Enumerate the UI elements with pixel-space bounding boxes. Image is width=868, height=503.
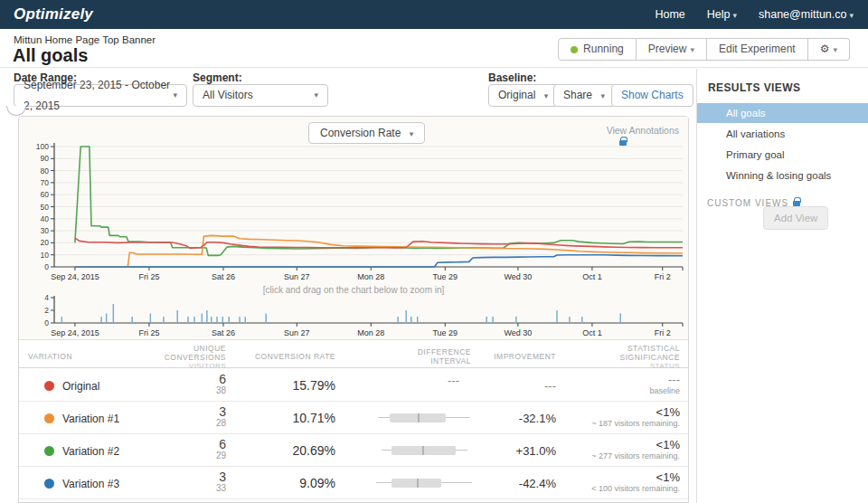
view-annotations-link[interactable]: View Annotations [607, 125, 679, 136]
svg-text:Sep 24, 2015: Sep 24, 2015 [51, 272, 99, 281]
chevron-down-icon: ▾ [410, 129, 414, 138]
optimizely-results-page: Optimizely HomeHelp▾shane@mittun.co▾ Mit… [0, 0, 868, 503]
improvement-cell: --- [544, 379, 556, 393]
metric-dropdown-value: Conversion Rate [320, 127, 401, 139]
svg-text:Oct 1: Oct 1 [582, 272, 602, 281]
svg-text:70: 70 [41, 178, 50, 187]
svg-text:Sep 24, 2015: Sep 24, 2015 [51, 328, 99, 337]
date-range-select[interactable]: September 23, 2015 - October 2, 2015 ▾ [14, 84, 187, 107]
svg-text:Sun 27: Sun 27 [284, 272, 310, 281]
svg-text:Sat 26: Sat 26 [212, 328, 235, 337]
significance-cell: <1%< 100 visitors remaining. [591, 471, 680, 494]
table-row-original[interactable]: Original63815.79%---------baseline [19, 369, 688, 402]
preview-button[interactable]: Preview▾ [637, 38, 707, 61]
navbar-links: HomeHelp▾shane@mittun.co▾ [655, 8, 854, 21]
svg-text:Oct 1: Oct 1 [582, 328, 602, 337]
table-row-variation-2[interactable]: Variation #262920.69%+31.0%<1%~ 277 visi… [19, 434, 688, 467]
significance-cell: <1%~ 277 visitors remaining. [591, 439, 680, 461]
significance-cell: ---baseline [649, 374, 680, 396]
svg-text:0: 0 [44, 262, 49, 271]
improvement-cell: +31.0% [516, 444, 556, 458]
conversion-rate-cell: 15.79% [293, 378, 335, 393]
variation-label: Variation #3 [62, 478, 119, 490]
navbar-link-home[interactable]: Home [655, 8, 684, 21]
svg-text:0: 0 [44, 318, 49, 327]
navbar-link-shane-mittun-co[interactable]: shane@mittun.co▾ [759, 8, 854, 21]
conversion-rate-cell: 20.69% [293, 443, 335, 458]
sidebar-item-winning-losing-goals[interactable]: Winning & losing goals [697, 166, 868, 185]
variation-color-dot [44, 446, 54, 456]
interval-midline [422, 446, 424, 455]
add-view-button[interactable]: Add View [763, 206, 828, 230]
table-row-variation-3[interactable]: Variation #33339.09%-42.4%<1%< 100 visit… [19, 467, 688, 499]
date-range-value: September 23, 2015 - October 2, 2015 [24, 75, 173, 117]
running-status-button[interactable]: Running [558, 38, 637, 61]
running-status-dot [571, 46, 578, 53]
table-row-variation-1[interactable]: Variation #132810.71%-32.1%<1%~ 187 visi… [19, 402, 688, 434]
col-header-rate: Conversion Rate [236, 352, 335, 361]
navbar-link-help[interactable]: Help▾ [707, 8, 737, 21]
difference-interval-cell: --- [362, 369, 472, 402]
svg-text:Fri 25: Fri 25 [138, 328, 159, 337]
chevron-down-icon: ▾ [732, 11, 737, 20]
baseline-value: Original [498, 89, 535, 101]
col-header-conversions: Unique ConversionsVisitors [145, 344, 226, 371]
svg-text:30: 30 [41, 226, 50, 235]
svg-text:Sat 26: Sat 26 [212, 272, 235, 281]
conversion-rate-chart[interactable]: 0102030405060708090100Sep 24, 2015Fri 25… [24, 140, 684, 283]
interval-dash: --- [448, 374, 459, 387]
interval-midline [417, 479, 419, 488]
svg-text:Tue 29: Tue 29 [432, 328, 458, 337]
conversion-rate-cell: 10.71% [293, 411, 335, 425]
running-status-label: Running [583, 43, 624, 55]
results-views-sidebar: RESULTS VIEWS All goalsAll variationsPri… [696, 69, 868, 503]
optimizely-logo[interactable]: Optimizely [14, 5, 93, 24]
unique-conversions-cell: 328 [216, 405, 226, 428]
baseline-label: Baseline: [488, 71, 536, 84]
improvement-cell: -42.4% [519, 477, 556, 490]
svg-text:Fri 2: Fri 2 [655, 272, 671, 281]
chart-section: Conversion Rate ▾ View Annotations 01020… [19, 117, 688, 340]
chevron-down-icon: ▾ [314, 85, 318, 106]
significance-cell: <1%~ 187 visitors remaining. [591, 406, 680, 429]
top-navbar: Optimizely HomeHelp▾shane@mittun.co▾ [0, 0, 868, 29]
svg-text:Mon 28: Mon 28 [357, 272, 384, 281]
show-charts-button[interactable]: Show Charts [611, 84, 693, 107]
col-header-variation: Variation [28, 352, 72, 361]
segment-label: Segment: [193, 71, 242, 84]
header-actions: Running Preview▾ Edit Experiment ⚙▾ [558, 38, 850, 61]
settings-gear-button[interactable]: ⚙▾ [808, 38, 850, 61]
baseline-select[interactable]: Original ▾ [488, 84, 558, 107]
svg-text:Mon 28: Mon 28 [357, 328, 384, 337]
svg-text:Wed 30: Wed 30 [504, 272, 532, 281]
edit-experiment-button[interactable]: Edit Experiment [707, 38, 808, 61]
page-title: All goals [13, 45, 88, 66]
segment-select[interactable]: All Visitors ▾ [193, 84, 328, 107]
difference-interval-cell [362, 467, 472, 499]
chevron-down-icon: ▾ [690, 45, 694, 54]
variation-label: Original [62, 380, 99, 393]
share-button[interactable]: Share ▾ [553, 84, 615, 107]
lock-icon [793, 201, 800, 206]
filter-bar: Date Range: September 23, 2015 - October… [0, 69, 696, 116]
difference-interval-cell [362, 402, 472, 434]
sidebar-item-all-goals[interactable]: All goals [697, 103, 868, 123]
col-header-improvement: Improvement [475, 352, 556, 361]
sidebar-item-all-variations[interactable]: All variations [697, 124, 868, 144]
col-header-significance: Statistical SignificanceStatus [590, 344, 680, 371]
unique-conversions-cell: 333 [216, 470, 226, 493]
svg-text:Fri 25: Fri 25 [138, 272, 159, 281]
svg-text:100: 100 [36, 142, 49, 151]
svg-text:50: 50 [41, 203, 50, 212]
svg-text:80: 80 [41, 166, 50, 176]
unique-conversions-cell: 638 [216, 373, 226, 395]
variation-label: Variation #2 [62, 445, 119, 458]
sidebar-item-primary-goal[interactable]: Primary goal [697, 145, 868, 165]
variation-color-dot [44, 479, 54, 489]
variation-color-dot [44, 413, 54, 423]
zoom-navigator-chart[interactable]: 024Sep 24, 2015Fri 25Sat 26Sun 27Mon 28T… [24, 294, 684, 339]
svg-text:10: 10 [41, 251, 50, 260]
improvement-cell: -32.1% [519, 412, 556, 425]
chevron-down-icon: ▾ [833, 45, 837, 54]
page-header: Mittun Home Page Top Banner All goals Ru… [0, 29, 868, 68]
